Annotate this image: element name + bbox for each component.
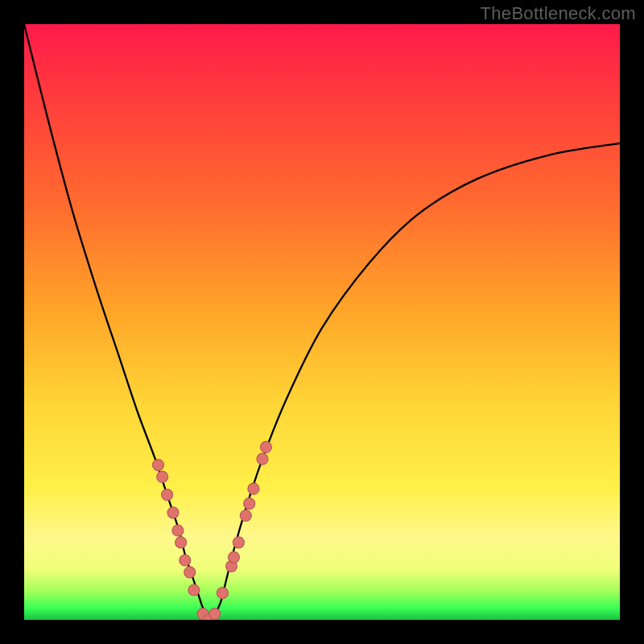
curve-marker bbox=[248, 483, 259, 494]
curve-marker bbox=[167, 507, 179, 518]
curve-marker bbox=[157, 471, 168, 482]
curve-overlay bbox=[24, 24, 620, 620]
curve-markers bbox=[153, 441, 272, 620]
curve-marker bbox=[153, 460, 164, 471]
chart-frame: TheBottleneck.com bbox=[0, 0, 644, 644]
curve-marker bbox=[257, 453, 268, 464]
curve-marker bbox=[244, 498, 255, 510]
curve-marker bbox=[180, 555, 191, 566]
watermark-text: TheBottleneck.com bbox=[481, 3, 636, 24]
curve-marker bbox=[233, 537, 244, 548]
curve-marker bbox=[209, 609, 221, 620]
curve-marker bbox=[240, 510, 251, 522]
bottleneck-curve bbox=[24, 24, 620, 620]
curve-marker bbox=[184, 567, 196, 578]
curve-marker bbox=[175, 537, 187, 548]
curve-marker bbox=[172, 525, 184, 536]
curve-marker bbox=[188, 584, 200, 596]
plot-area bbox=[24, 24, 620, 620]
curve-marker bbox=[162, 489, 173, 501]
curve-marker bbox=[228, 551, 239, 563]
curve-marker bbox=[217, 588, 228, 599]
curve-marker bbox=[260, 441, 271, 452]
